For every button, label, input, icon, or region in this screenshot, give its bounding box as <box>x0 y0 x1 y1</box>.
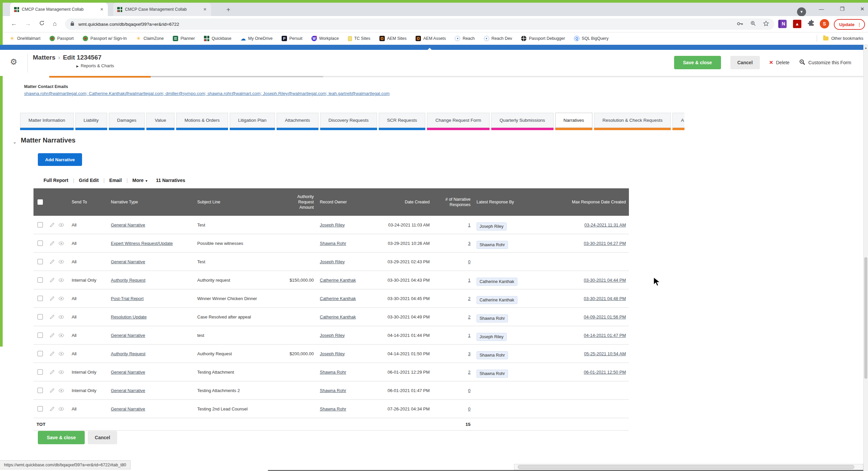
form-tab-change-request-form[interactable]: Change Request Form <box>427 113 490 130</box>
vertical-scrollbar-thumb[interactable] <box>864 257 867 379</box>
view-eye-icon[interactable] <box>59 315 64 319</box>
view-eye-icon[interactable] <box>59 297 64 300</box>
bookmark-item[interactable]: Passport Debugger <box>521 36 565 41</box>
max-response-date-link[interactable]: 06-01-2021 12:50 PM <box>584 370 626 375</box>
responses-count-link[interactable]: 0 <box>468 259 470 264</box>
form-tab-liability[interactable]: Liability <box>75 113 107 130</box>
narrative-type-link[interactable]: General Narrative <box>111 333 145 338</box>
view-eye-icon[interactable] <box>59 241 64 245</box>
save-close-button[interactable]: Save & close <box>674 56 721 69</box>
browser-tab-1[interactable]: CMCP Case Management Collab ✕ <box>10 3 108 16</box>
delete-button[interactable]: ✕ Delete <box>769 60 789 66</box>
horizontal-scrollbar[interactable] <box>514 464 863 470</box>
reload-icon[interactable] <box>39 20 45 28</box>
record-owner-link[interactable]: Catherine Kanthak <box>320 296 356 301</box>
responses-count-link[interactable]: 2 <box>468 296 470 301</box>
bookmark-item[interactable]: Passport w/ Sign-In <box>83 36 127 41</box>
form-tab-quarterly-submissions[interactable]: Quarterly Submissions <box>491 113 554 130</box>
bookmark-item[interactable]: ☁My OneDrive <box>241 36 273 41</box>
row-checkbox[interactable] <box>37 369 43 375</box>
row-checkbox[interactable] <box>37 333 43 338</box>
max-response-date-link[interactable]: 03-24-2021 11:31 AM <box>584 223 626 228</box>
contact-emails-link[interactable]: shawna.rohr@walmartlegal.com; Catherine.… <box>24 91 390 96</box>
view-eye-icon[interactable] <box>59 407 64 411</box>
cancel-button[interactable]: Cancel <box>731 56 760 69</box>
profile-avatar[interactable]: S <box>820 19 829 28</box>
record-owner-link[interactable]: Shawna Rohr <box>320 388 346 393</box>
record-owner-link[interactable]: Joseph Riley <box>320 333 345 338</box>
edit-pencil-icon[interactable] <box>50 406 55 411</box>
form-tab-matter-information[interactable]: Matter Information <box>20 113 74 130</box>
responses-count-link[interactable]: 3 <box>468 241 470 246</box>
bookmark-star-icon[interactable] <box>763 21 769 27</box>
extensions-puzzle-icon[interactable] <box>808 20 815 28</box>
form-tab-discovery-requests[interactable]: Discovery Requests <box>320 113 377 130</box>
back-icon[interactable]: ← <box>11 20 17 27</box>
row-checkbox[interactable] <box>37 240 43 246</box>
max-response-date-link[interactable]: 05-25-2021 10:54 AM <box>584 351 626 356</box>
max-response-date-link[interactable]: 04-14-2021 01:47 PM <box>584 333 626 338</box>
home-icon[interactable]: ⌂ <box>53 20 57 27</box>
responses-count-link[interactable]: 1 <box>468 278 470 283</box>
row-checkbox[interactable] <box>37 388 43 393</box>
edit-pencil-icon[interactable] <box>50 259 55 264</box>
bookmark-item[interactable]: QSQL BigQuery <box>574 36 609 41</box>
form-tab-value[interactable]: Value <box>146 113 175 130</box>
other-bookmarks[interactable]: Other bookmarks <box>817 35 863 42</box>
chrome-update-button[interactable]: Update ⋮ <box>834 19 865 30</box>
close-button[interactable]: ✕ <box>857 6 867 12</box>
horizontal-scrollbar-thumb[interactable] <box>518 465 854 469</box>
responses-count-link[interactable]: 0 <box>468 388 470 393</box>
toolbar-more[interactable]: More▾ <box>132 178 147 183</box>
scrollbar-up-arrow[interactable]: ▲ <box>864 46 867 49</box>
onenote-extension-icon[interactable]: N <box>778 20 786 28</box>
select-all-checkbox[interactable] <box>37 199 43 205</box>
save-close-button-bottom[interactable]: Save & close <box>38 431 85 444</box>
row-checkbox[interactable] <box>37 296 43 301</box>
pdf-extension-icon[interactable]: ▲ <box>793 20 801 28</box>
chrome-menu-icon[interactable]: ⋮ <box>857 22 862 27</box>
responses-count-link[interactable]: 2 <box>468 314 470 319</box>
view-eye-icon[interactable] <box>59 260 64 264</box>
breadcrumb-matters[interactable]: Matters <box>33 54 56 61</box>
row-checkbox[interactable] <box>37 314 43 319</box>
narrative-type-link[interactable]: General Narrative <box>111 370 145 375</box>
record-owner-link[interactable]: Shawna Rohr <box>320 370 346 375</box>
narrative-type-link[interactable]: Resolution Update <box>111 314 147 319</box>
form-tab-damages[interactable]: Damages <box>109 113 145 130</box>
reports-charts-link[interactable]: ▶Reports & Charts <box>76 63 114 68</box>
narrative-type-link[interactable]: General Narrative <box>111 388 145 393</box>
record-owner-link[interactable]: Joseph Riley <box>320 351 345 356</box>
maximize-button[interactable]: ❐ <box>837 6 847 12</box>
record-owner-link[interactable]: Joseph Riley <box>320 223 345 228</box>
narrative-type-link[interactable]: General Narrative <box>111 406 145 411</box>
edit-pencil-icon[interactable] <box>50 241 55 245</box>
bookmark-item[interactable]: AEM Assets <box>415 36 446 41</box>
customize-form-button[interactable]: Customize this Form <box>799 59 851 67</box>
edit-pencil-icon[interactable] <box>50 223 55 227</box>
view-eye-icon[interactable] <box>59 352 64 356</box>
record-owner-link[interactable]: Joseph Riley <box>320 259 345 264</box>
responses-count-link[interactable]: 1 <box>468 223 470 228</box>
toolbar-grid-edit[interactable]: Grid Edit <box>79 178 99 183</box>
edit-pencil-icon[interactable] <box>50 351 55 356</box>
record-owner-link[interactable]: Catherine Kanthak <box>320 314 356 319</box>
view-eye-icon[interactable] <box>59 334 64 337</box>
form-tab-attachments[interactable]: Attachments <box>277 113 318 130</box>
edit-pencil-icon[interactable] <box>50 296 55 301</box>
edit-pencil-icon[interactable] <box>50 333 55 338</box>
toolbar-email[interactable]: Email <box>109 178 122 183</box>
new-tab-button[interactable]: + <box>226 5 230 14</box>
row-checkbox[interactable] <box>37 259 43 264</box>
settings-gear-icon[interactable]: ⚙ <box>10 57 18 67</box>
bookmark-item[interactable]: TC Sites <box>348 36 370 41</box>
row-checkbox[interactable] <box>37 277 43 283</box>
view-eye-icon[interactable] <box>59 278 64 282</box>
narrative-type-link[interactable]: Authority Request <box>111 351 145 356</box>
toolbar-full-report[interactable]: Full Report <box>43 178 68 183</box>
view-eye-icon[interactable] <box>59 389 64 393</box>
responses-count-link[interactable]: 3 <box>468 351 470 356</box>
tab-close-icon[interactable]: ✕ <box>99 7 104 12</box>
narrative-type-link[interactable]: Post-Trial Report <box>111 296 144 301</box>
bookmark-item[interactable]: WWorkplace <box>311 36 339 41</box>
